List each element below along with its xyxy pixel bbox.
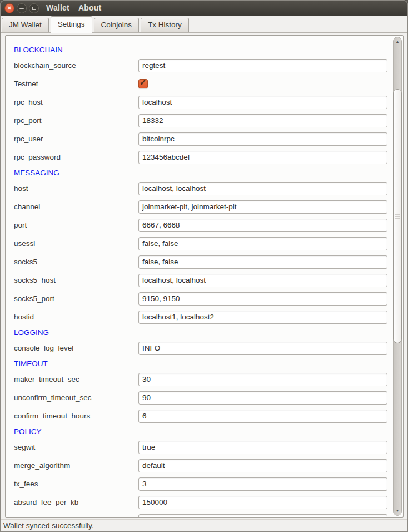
maker_timeout_sec-input[interactable] [138, 373, 387, 386]
setting-label: rpc_host [14, 98, 138, 106]
next-setting-input-partial[interactable] [138, 514, 387, 518]
section-header-policy: POLICY [6, 425, 392, 438]
testnet-checkbox[interactable]: ✓ [138, 79, 148, 88]
scrollbar-thumb[interactable] [393, 89, 402, 343]
setting-label: host [14, 184, 138, 193]
setting-row: Testnet✓ [6, 75, 392, 93]
setting-label: blockchain_source [14, 61, 138, 70]
absurd_fee_per_kb-input[interactable] [138, 496, 387, 509]
section-header-logging: LOGGING [6, 326, 392, 339]
setting-row: socks5 [6, 253, 392, 271]
titlebar: ✕ WalletAbout [1, 1, 407, 16]
tab-tx-history[interactable]: Tx History [141, 18, 189, 32]
setting-label: segwit [14, 443, 138, 451]
close-button[interactable]: ✕ [4, 3, 14, 13]
setting-row: segwit [6, 438, 392, 456]
setting-label: rpc_user [14, 135, 138, 143]
status-message: Wallet synced successfully. [3, 521, 94, 530]
console_log_level-input[interactable] [138, 342, 387, 355]
section-header-blockchain: BLOCKCHAIN [6, 43, 392, 56]
setting-label: tx_fees [14, 480, 138, 488]
settings-scroll-area: BLOCKCHAINblockchain_sourceTestnet✓rpc_h… [5, 35, 404, 518]
setting-label: merge_algorithm [14, 461, 138, 470]
setting-row: blockchain_source [6, 56, 392, 75]
maximize-icon [32, 7, 36, 10]
setting-label: socks5_port [14, 294, 138, 303]
confirm_timeout_hours-input[interactable] [138, 410, 387, 423]
setting-row: hostid [6, 308, 392, 326]
setting-label: confirm_timeout_hours [14, 412, 138, 420]
vertical-scrollbar[interactable]: ▲ ▼ [393, 37, 402, 516]
setting-row: port [6, 216, 392, 234]
setting-row: socks5_port [6, 289, 392, 308]
status-bar: Wallet synced successfully. [1, 519, 407, 531]
setting-label: hostid [14, 313, 138, 321]
socks5_port-input[interactable] [138, 292, 387, 306]
setting-row: confirm_timeout_hours [6, 407, 392, 425]
scroll-up-arrow-icon[interactable]: ▲ [393, 40, 402, 44]
tab-bar: JM WalletSettingsCoinjoinsTx History [1, 16, 407, 33]
host-input[interactable] [138, 182, 387, 195]
socks5-input[interactable] [138, 255, 387, 269]
setting-label: console_log_level [14, 344, 138, 352]
setting-row: absurd_fee_per_kb [6, 493, 392, 511]
rpc_password-input[interactable] [138, 151, 387, 164]
minimize-icon [19, 8, 24, 9]
setting-row: rpc_password [6, 148, 392, 166]
menu-about[interactable]: About [78, 1, 101, 16]
section-header-messaging: MESSAGING [6, 166, 392, 179]
setting-label: socks5 [14, 258, 138, 266]
setting-row: host [6, 179, 392, 198]
menu-wallet[interactable]: Wallet [46, 1, 69, 16]
setting-label: unconfirm_timeout_sec [14, 393, 138, 402]
tab-jm-wallet[interactable]: JM Wallet [2, 18, 49, 32]
scrollbar-grip-icon [395, 214, 400, 218]
section-header-timeout: TIMEOUT [6, 357, 392, 370]
setting-row: merge_algorithm [6, 456, 392, 475]
setting-label: absurd_fee_per_kb [14, 498, 138, 506]
settings-form: BLOCKCHAINblockchain_sourceTestnet✓rpc_h… [6, 36, 392, 511]
socks5_host-input[interactable] [138, 274, 387, 287]
segwit-input[interactable] [138, 441, 387, 454]
merge_algorithm-input[interactable] [138, 459, 387, 472]
close-icon: ✕ [7, 6, 12, 11]
scroll-down-arrow-icon[interactable]: ▼ [393, 509, 402, 513]
rpc_port-input[interactable] [138, 114, 387, 127]
rpc_host-input[interactable] [138, 96, 387, 109]
setting-label: usessl [14, 239, 138, 248]
settings-viewport: BLOCKCHAINblockchain_sourceTestnet✓rpc_h… [6, 36, 392, 517]
rpc_user-input[interactable] [138, 132, 387, 146]
setting-row: rpc_port [6, 111, 392, 130]
minimize-button[interactable] [17, 3, 27, 13]
setting-label: port [14, 221, 138, 229]
setting-label: socks5_host [14, 276, 138, 284]
setting-label: channel [14, 203, 138, 211]
channel-input[interactable] [138, 200, 387, 214]
setting-row: maker_timeout_sec [6, 370, 392, 388]
setting-row: console_log_level [6, 339, 392, 357]
setting-row-partial [6, 511, 392, 517]
usessl-input[interactable] [138, 237, 387, 250]
tx_fees-input[interactable] [138, 477, 387, 491]
setting-label: maker_timeout_sec [14, 375, 138, 383]
setting-row: rpc_host [6, 93, 392, 111]
setting-row: tx_fees [6, 475, 392, 493]
port-input[interactable] [138, 219, 387, 232]
setting-label: Testnet [14, 80, 138, 88]
setting-row: rpc_user [6, 130, 392, 148]
tab-coinjoins[interactable]: Coinjoins [94, 18, 140, 32]
app-window: ✕ WalletAbout JM WalletSettingsCoinjoins… [0, 0, 408, 532]
hostid-input[interactable] [138, 311, 387, 324]
unconfirm_timeout_sec-input[interactable] [138, 391, 387, 405]
menubar: WalletAbout [46, 1, 101, 16]
tab-settings[interactable]: Settings [51, 16, 92, 33]
settings-tab-pane: BLOCKCHAINblockchain_sourceTestnet✓rpc_h… [1, 33, 407, 519]
setting-label: rpc_port [14, 116, 138, 125]
setting-row: socks5_host [6, 271, 392, 289]
setting-label: rpc_password [14, 153, 138, 161]
setting-row: usessl [6, 234, 392, 253]
setting-row: unconfirm_timeout_sec [6, 388, 392, 407]
blockchain_source-input[interactable] [138, 59, 387, 72]
setting-row: channel [6, 198, 392, 216]
maximize-button[interactable] [29, 3, 39, 13]
